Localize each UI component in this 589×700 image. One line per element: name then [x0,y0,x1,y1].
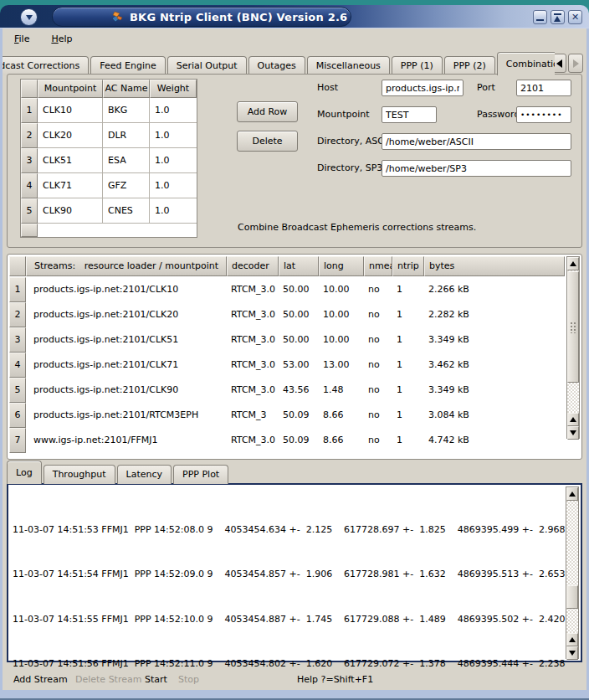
ntrip-cell: 1 [392,353,424,378]
tab-throughput[interactable]: Throughput [44,465,115,484]
port-input[interactable] [516,80,571,96]
menu-file[interactable]: File [11,32,33,46]
col-header-nmea: nmea [364,256,392,276]
ntrip-cell: 1 [392,378,424,403]
log-view[interactable]: 11-03-07 14:51:53 FFMJ1 PPP 14:52:08.0 9… [7,483,582,662]
ac-name-cell[interactable]: GFZ [103,173,150,198]
minimize-button[interactable] [533,10,547,24]
mountpoint-cell[interactable]: CLK90 [38,198,103,224]
long-cell: 10.00 [319,302,364,327]
stream-row[interactable]: 2 products.igs-ip.net:2101/CLK20 RTCM_3.… [9,302,565,327]
ac-name-cell[interactable]: DLR [103,123,150,148]
mountpoint-cell[interactable]: CLK71 [38,173,103,198]
col-header-ntrip: ntrip [392,256,424,276]
arrow-up-icon [570,417,576,422]
log-line: 11-03-07 14:51:53 FFMJ1 PPP 14:52:08.0 9… [13,524,562,536]
directory-sp3-input[interactable] [382,160,571,177]
row-number-cell[interactable]: 5 [21,198,38,224]
row-number-cell[interactable]: 3 [21,148,38,173]
window-menu-button[interactable] [20,8,38,26]
stream-row[interactable]: 4 products.igs-ip.net:2101/CLK71 RTCM_3.… [9,353,565,378]
scroll-up-button[interactable] [567,257,579,270]
decoder-cell: RTCM_3 [227,403,279,428]
ac-name-cell[interactable]: BKG [103,98,150,123]
log-scrollbar[interactable] [566,486,579,659]
ac-name-cell[interactable]: CNES [103,198,150,224]
password-label: Password [477,106,520,123]
row-number-cell[interactable]: 1 [21,98,38,123]
row-number-cell[interactable]: 5 [9,378,26,403]
scroll-up-button-bottom[interactable] [566,633,578,646]
stream-row[interactable]: 7 www.igs-ip.net:2101/FFMJ1 RTCM_3.0 50.… [9,428,565,453]
close-button[interactable]: ✕ [568,10,582,24]
row-number-cell[interactable]: 2 [9,302,26,327]
tab-serial-output[interactable]: Serial Output [167,56,247,75]
start-button[interactable]: Start [145,670,167,690]
tab-broadcast-corrections[interactable]: Broadcast Corrections [3,56,89,75]
mountpoint-cell[interactable]: CLK20 [38,123,103,148]
row-number-cell[interactable]: 2 [21,123,38,148]
tab-log[interactable]: Log [7,461,42,484]
stream-row[interactable]: 1 products.igs-ip.net:2101/CLK10 RTCM_3.… [9,277,565,302]
long-cell: 8.66 [319,403,364,428]
weight-cell[interactable]: 1.0 [150,148,197,173]
scroll-up-button[interactable] [566,487,578,501]
delete-button[interactable]: Delete [237,131,298,152]
row-number-cell[interactable]: 4 [21,173,38,198]
window-frame: File Help Broadcast Corrections Feed Eng… [0,28,589,700]
col-header-lat: lat [279,256,319,276]
host-label: Host [317,80,338,96]
password-input[interactable] [516,106,571,123]
streams-scrollbar[interactable] [566,256,580,439]
mountpoint-input[interactable] [382,106,437,123]
settings-tab-bar: Broadcast Corrections Feed Engine Serial… [3,52,555,75]
lat-cell: 50.00 [279,327,319,353]
add-row-button[interactable]: Add Row [237,101,298,122]
scrollbar-thumb[interactable] [566,585,578,609]
tab-miscellaneous[interactable]: Miscellaneous [307,56,390,75]
scrollbar-thumb[interactable] [567,271,579,383]
host-input[interactable] [382,80,464,96]
tab-feed-engine[interactable]: Feed Engine [90,56,165,75]
nmea-cell: no [364,378,392,403]
chevron-down-icon [26,15,33,20]
minimize-icon [536,19,544,21]
row-number-cell[interactable]: 4 [9,353,26,378]
tab-latency[interactable]: Latency [117,465,172,484]
tab-ppp-2[interactable]: PPP (2) [444,56,495,75]
ac-name-cell[interactable]: ESA [103,148,150,173]
mountpoint-cell[interactable]: CLK51 [38,148,103,173]
row-number-cell[interactable]: 7 [9,428,26,453]
menu-help[interactable]: Help [48,32,75,46]
scroll-down-button[interactable] [566,646,578,660]
weight-cell[interactable]: 1.0 [150,98,197,123]
tab-scroll-right-button[interactable] [568,54,583,73]
weight-cell[interactable]: 1.0 [150,198,197,224]
directory-ascii-input[interactable] [382,133,571,150]
weight-cell[interactable]: 1.0 [150,173,197,198]
scroll-down-button[interactable] [567,426,579,440]
ntrip-cell: 1 [392,277,424,302]
row-number-cell[interactable]: 3 [9,327,26,353]
scroll-up-button-bottom[interactable] [567,413,579,426]
tab-combination[interactable]: Combination [497,52,555,75]
ntrip-cell: 1 [392,428,424,453]
stream-row[interactable]: 6 products.igs-ip.net:2101/RTCM3EPH RTCM… [9,403,565,428]
stream-row[interactable]: 3 products.igs-ip.net:2101/CLK51 RTCM_3.… [9,327,565,353]
add-stream-button[interactable]: Add Stream [13,670,68,690]
mountpoint-cell[interactable]: CLK10 [38,98,103,123]
combination-table-body: 1 CLK10 BKG 1.0 2 CLK20 DLR 1.0 [21,98,197,224]
row-number-cell[interactable]: 6 [9,403,26,428]
mountpoint-label: Mountpoint [317,106,370,123]
tab-outages[interactable]: Outages [248,56,305,75]
tab-ppp-plot[interactable]: PPP Plot [173,465,228,484]
stream-url-cell: www.igs-ip.net:2101/FFMJ1 [26,428,227,453]
stream-row[interactable]: 5 products.igs-ip.net:2101/CLK90 RTCM_3.… [9,378,565,403]
maximize-button[interactable] [551,10,565,24]
tab-ppp-1[interactable]: PPP (1) [392,56,443,75]
weight-cell[interactable]: 1.0 [150,123,197,148]
decoder-cell: RTCM_3.0 [227,428,279,453]
lat-cell: 50.00 [279,302,319,327]
row-number-cell[interactable]: 1 [9,277,26,302]
col-header-long: long [319,256,364,276]
